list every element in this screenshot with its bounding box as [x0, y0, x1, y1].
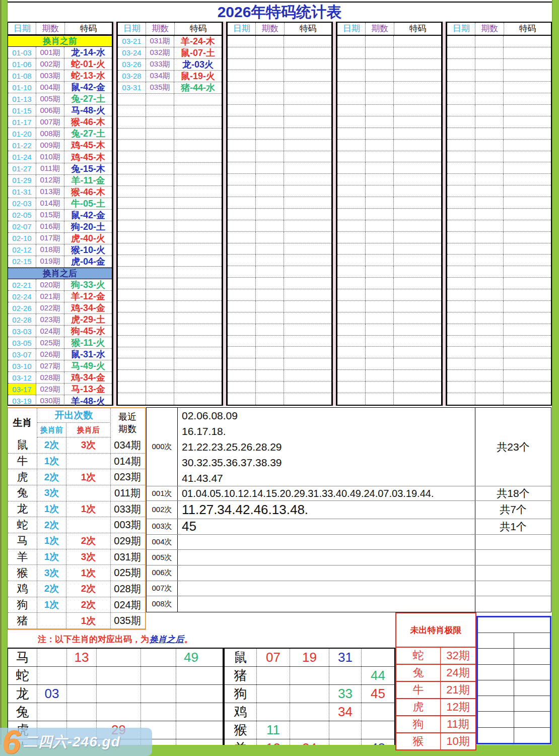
date-cell	[118, 209, 146, 220]
table-row	[447, 289, 551, 301]
table-row: 01-13005期兔-27-土	[8, 93, 112, 105]
stats-recent-period: 034期	[111, 437, 144, 453]
period-cell	[475, 324, 504, 335]
note-prefix: 注：以下生肖的对应出码，为	[38, 634, 149, 645]
table-row	[228, 301, 331, 312]
table-row	[118, 301, 222, 312]
stats-row: 蛇2次003期	[8, 517, 145, 533]
date-cell	[118, 163, 146, 174]
results-group: 日期期数特码换肖之前01-03001期龙-14-水01-06002期蛇-01-火…	[7, 22, 113, 406]
code-cell: 狗-45-水	[64, 326, 112, 337]
mapping-row: 猴11	[225, 721, 394, 739]
table-row: 01-08003期蛇-13-水	[8, 70, 112, 82]
table-row	[447, 243, 551, 255]
period-cell: 023期	[36, 314, 64, 325]
note: 注：以下生肖的对应出码，为换肖之后。	[7, 631, 224, 648]
table-row	[447, 82, 551, 93]
code-cell	[504, 278, 551, 289]
code-cell	[284, 93, 331, 104]
code-cell: 兔-27-土	[64, 128, 112, 139]
date-cell	[447, 162, 475, 173]
code-cell	[394, 185, 441, 197]
counts-total	[475, 550, 551, 565]
code-cell: 马-49-火	[64, 360, 112, 371]
mapping-cell	[67, 703, 97, 721]
table-row	[447, 174, 551, 185]
table-row	[447, 382, 551, 393]
period-cell	[366, 105, 394, 116]
code-cell	[394, 140, 441, 151]
limit-periods: 32期	[441, 648, 475, 664]
mapping-cell	[257, 703, 290, 721]
counts-total: 共18个	[475, 486, 551, 500]
counts-numbers: 02.06.08.0916.17.18.21.22.23.25.26.28.29…	[178, 408, 475, 486]
mapping-zodiac: 龙	[8, 685, 37, 703]
period-cell	[146, 289, 174, 300]
period-cell	[475, 128, 504, 139]
code-cell	[394, 197, 441, 208]
table-row	[447, 220, 551, 232]
code-cell	[284, 243, 331, 255]
blue-grid-row	[478, 728, 550, 743]
period-cell	[256, 393, 284, 405]
period-cell	[475, 36, 504, 47]
table-row	[337, 59, 441, 71]
date-cell	[337, 162, 366, 173]
table-row	[228, 370, 331, 382]
code-column-header: 特码	[394, 23, 441, 35]
stats-zodiac: 蛇	[8, 517, 37, 533]
period-cell: 011期	[36, 163, 64, 174]
table-row: 03-05025期猴-11-火	[8, 337, 112, 349]
code-cell	[504, 209, 551, 220]
date-cell	[447, 140, 475, 151]
date-cell: 02-07	[8, 221, 36, 232]
counts-row: 002次11.27.34.42.46.13.48.共7个	[147, 501, 551, 519]
date-cell	[447, 324, 475, 335]
code-cell	[504, 116, 551, 128]
mapping-row: 兔	[8, 703, 223, 721]
period-cell: 010期	[36, 151, 64, 162]
date-cell	[118, 232, 146, 243]
date-cell	[337, 105, 366, 116]
mapping-row: 蛇	[8, 667, 223, 685]
table-row	[337, 174, 441, 185]
period-cell	[366, 140, 394, 151]
period-cell	[256, 243, 284, 255]
limit-periods: 10期	[441, 733, 475, 749]
table-row	[447, 140, 551, 151]
period-cell: 025期	[36, 337, 64, 348]
period-cell	[475, 336, 504, 347]
date-cell	[228, 382, 256, 393]
date-cell: 02-12	[8, 244, 36, 256]
date-cell	[447, 116, 475, 128]
table-row	[447, 324, 551, 336]
note-link[interactable]: 换肖之后	[150, 634, 184, 645]
code-cell	[504, 393, 551, 405]
period-cell: 031期	[146, 36, 174, 47]
period-cell	[146, 232, 174, 243]
table-row	[337, 301, 441, 312]
code-cell	[284, 347, 331, 358]
table-row	[447, 128, 551, 140]
date-cell: 01-27	[8, 163, 36, 174]
period-cell	[256, 93, 284, 104]
period-cell	[366, 393, 394, 405]
table-row: 01-17007期猴-46-木	[8, 116, 112, 128]
period-cell: 016期	[36, 221, 64, 232]
table-row	[228, 128, 331, 140]
table-row	[118, 105, 222, 117]
section-header-before: 换肖之前	[8, 35, 112, 47]
period-cell	[366, 59, 394, 70]
stats-before-count: 1次	[37, 454, 66, 469]
table-row	[118, 382, 222, 393]
date-column-header: 日期	[447, 23, 475, 35]
code-cell	[504, 220, 551, 231]
code-cell	[284, 36, 331, 47]
code-cell: 蛇-01-火	[64, 58, 112, 70]
date-cell	[337, 324, 366, 335]
period-cell	[475, 232, 504, 243]
period-cell	[366, 151, 394, 162]
code-cell	[284, 232, 331, 243]
blue-grid-cell	[514, 712, 550, 727]
counts-row: 000次02.06.08.0916.17.18.21.22.23.25.26.2…	[147, 408, 551, 486]
